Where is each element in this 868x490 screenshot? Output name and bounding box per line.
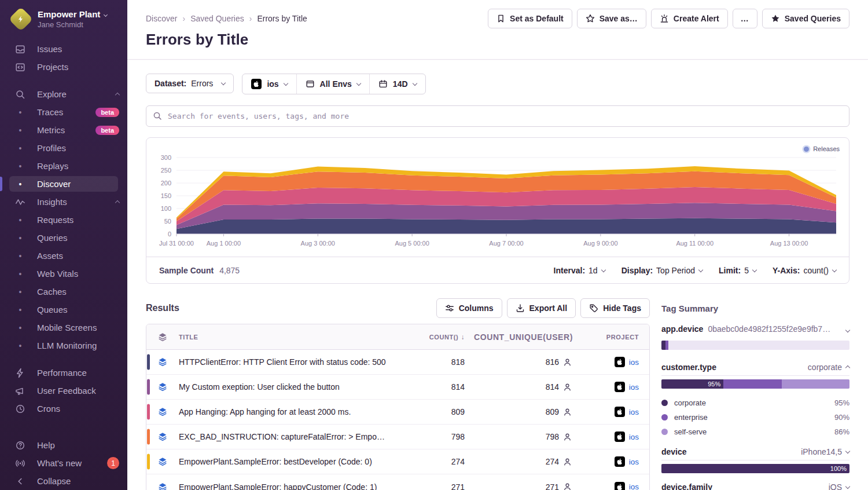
tag-dropdown[interactable] bbox=[842, 328, 849, 333]
org-user: Jane Schmidt bbox=[38, 20, 107, 30]
row-count: 814 bbox=[393, 382, 474, 392]
sidebar-item-profiles[interactable]: •Profiles bbox=[0, 139, 127, 157]
more-actions-button[interactable]: … bbox=[733, 9, 757, 28]
sidebar-item-caches[interactable]: •Caches bbox=[0, 283, 127, 301]
breadcrumb-discover[interactable]: Discover bbox=[146, 14, 177, 23]
layers-icon[interactable] bbox=[146, 482, 179, 490]
sidebar-item-traces[interactable]: • Traces beta bbox=[0, 103, 127, 121]
page-title: Errors by Title bbox=[146, 31, 849, 49]
set-as-default-button[interactable]: Set as Default bbox=[488, 9, 572, 28]
save-as-button[interactable]: Save as… bbox=[577, 9, 646, 28]
sidebar-item-issues[interactable]: Issues bbox=[0, 40, 127, 58]
table-row[interactable]: EXC_BAD_INSTRUCTION: captureFatalError: … bbox=[146, 425, 649, 449]
tag-dropdown[interactable]: iOS bbox=[829, 482, 849, 490]
sidebar-item-user-feedback[interactable]: User Feedback bbox=[0, 382, 127, 400]
sidebar-item-assets[interactable]: •Assets bbox=[0, 247, 127, 265]
sidebar-item-discover[interactable]: • Discover bbox=[0, 175, 127, 193]
org-switcher[interactable]: Empower Plant Jane Schmidt bbox=[0, 0, 127, 38]
sidebar-collapse-button[interactable]: Collapse bbox=[0, 472, 127, 490]
sidebar-item-projects[interactable]: Projects bbox=[0, 58, 127, 76]
row-project[interactable]: ios bbox=[581, 456, 649, 467]
row-project[interactable]: ios bbox=[581, 407, 649, 417]
download-icon bbox=[516, 303, 525, 313]
layers-icon[interactable] bbox=[146, 332, 179, 342]
chevron-down-icon bbox=[601, 267, 605, 272]
tag-distribution-bar[interactable]: 95% bbox=[661, 379, 849, 389]
tag-dropdown[interactable]: corporate bbox=[808, 363, 849, 372]
sidebar-item-web-vitals[interactable]: •Web Vitals bbox=[0, 265, 127, 283]
saved-queries-button[interactable]: Saved Queries bbox=[762, 9, 849, 28]
svg-text:0: 0 bbox=[168, 231, 171, 237]
row-title[interactable]: EXC_BAD_INSTRUCTION: captureFatalError: … bbox=[179, 432, 393, 441]
tag-distribution-bar[interactable]: 100% bbox=[661, 464, 849, 473]
layers-icon[interactable] bbox=[146, 407, 179, 416]
performance-icon bbox=[15, 368, 25, 378]
column-header-count-unique[interactable]: COUNT_UNIQUE(USER) bbox=[474, 332, 581, 342]
sidebar-item-llm-monitoring[interactable]: •LLM Monitoring bbox=[0, 337, 127, 354]
row-title[interactable]: EmpowerPlant.SampleError: happyCustomer … bbox=[179, 482, 393, 490]
svg-text:300: 300 bbox=[161, 154, 171, 161]
sidebar-item-queries[interactable]: •Queries bbox=[0, 229, 127, 247]
sidebar-item-mobile-screens[interactable]: •Mobile Screens bbox=[0, 319, 127, 337]
display-selector[interactable]: Display:Top Period bbox=[621, 266, 703, 275]
row-title[interactable]: HTTPClientError: HTTP Client Error with … bbox=[179, 357, 393, 367]
sidebar-item-replays[interactable]: •Replays bbox=[0, 157, 127, 175]
layers-icon[interactable] bbox=[146, 357, 179, 367]
tag-breakdown-row[interactable]: self-serve 86% bbox=[661, 425, 849, 439]
user-icon bbox=[563, 408, 572, 416]
export-all-button[interactable]: Export All bbox=[507, 298, 576, 318]
row-project[interactable]: ios bbox=[581, 482, 649, 490]
yaxis-selector[interactable]: Y-Axis:count() bbox=[773, 266, 836, 275]
limit-selector[interactable]: Limit:5 bbox=[719, 266, 756, 275]
sidebar-group-explore[interactable]: Explore bbox=[0, 85, 127, 103]
broadcast-icon bbox=[15, 458, 25, 469]
sidebar-item-requests[interactable]: •Requests bbox=[0, 211, 127, 229]
tag-distribution-bar[interactable] bbox=[661, 341, 849, 350]
columns-button[interactable]: Columns bbox=[436, 298, 502, 318]
column-header-title[interactable]: TITLE bbox=[179, 334, 393, 341]
discover-chart-svg[interactable]: 050100150200250300Jul 31 00:00Aug 1 00:0… bbox=[146, 140, 849, 254]
tag-dropdown[interactable]: iPhone14,5 bbox=[801, 447, 849, 456]
table-row[interactable]: EmpowerPlant.SampleError: bestDeveloper … bbox=[146, 449, 649, 474]
create-alert-button[interactable]: Create Alert bbox=[651, 9, 728, 28]
search-bar bbox=[146, 105, 849, 127]
sidebar-item-crons[interactable]: Crons bbox=[0, 400, 127, 418]
sidebar-item-queues[interactable]: •Queues bbox=[0, 301, 127, 319]
row-title[interactable]: App Hanging: App hanging for at least 20… bbox=[179, 407, 393, 416]
dataset-selector[interactable]: Dataset: Errors bbox=[146, 74, 234, 93]
environment-filter[interactable]: All Envs bbox=[296, 74, 369, 94]
row-title[interactable]: My Custom exeption: User clicked the but… bbox=[179, 382, 393, 392]
row-project[interactable]: ios bbox=[581, 382, 649, 392]
row-project[interactable]: ios bbox=[581, 357, 649, 367]
sidebar-item-metrics[interactable]: • Metrics beta bbox=[0, 121, 127, 139]
tag-value: 0baebc0de4982f1255f2e9e9fb7… bbox=[708, 324, 830, 334]
column-header-count[interactable]: COUNT()↓ bbox=[393, 333, 474, 341]
row-title[interactable]: EmpowerPlant.SampleError: bestDeveloper … bbox=[179, 457, 393, 466]
chart-legend[interactable]: Releases bbox=[804, 145, 840, 152]
interval-selector[interactable]: Interval:1d bbox=[554, 266, 605, 275]
layers-icon[interactable] bbox=[146, 432, 179, 441]
sidebar-item-whats-new[interactable]: What's new 1 bbox=[0, 454, 127, 472]
layers-icon[interactable] bbox=[146, 457, 179, 466]
breadcrumb-saved-queries[interactable]: Saved Queries bbox=[190, 14, 244, 23]
row-project[interactable]: ios bbox=[581, 432, 649, 442]
table-row[interactable]: EmpowerPlant.SampleError: happyCustomer … bbox=[146, 474, 649, 490]
search-input[interactable] bbox=[146, 105, 849, 127]
sidebar-group-insights[interactable]: Insights bbox=[0, 193, 127, 211]
layers-icon[interactable] bbox=[146, 382, 179, 392]
chevron-down-icon bbox=[221, 81, 226, 85]
table-row[interactable]: My Custom exeption: User clicked the but… bbox=[146, 375, 649, 400]
date-range-filter[interactable]: 14D bbox=[369, 74, 425, 94]
row-count: 809 bbox=[393, 407, 474, 416]
tag-breakdown-row[interactable]: corporate 95% bbox=[661, 396, 849, 410]
table-row[interactable]: HTTPClientError: HTTP Client Error with … bbox=[146, 350, 649, 375]
tag-breakdown-row[interactable]: enterprise 90% bbox=[661, 410, 849, 425]
project-filter[interactable]: ios bbox=[242, 74, 296, 94]
column-header-project[interactable]: PROJECT bbox=[581, 334, 649, 341]
sidebar-item-performance[interactable]: Performance bbox=[0, 364, 127, 382]
tag-summary-title: Tag Summary bbox=[661, 298, 849, 318]
sidebar-item-help[interactable]: Help bbox=[0, 436, 127, 454]
issues-icon bbox=[15, 44, 25, 54]
table-row[interactable]: App Hanging: App hanging for at least 20… bbox=[146, 400, 649, 425]
hide-tags-button[interactable]: Hide Tags bbox=[580, 298, 650, 318]
